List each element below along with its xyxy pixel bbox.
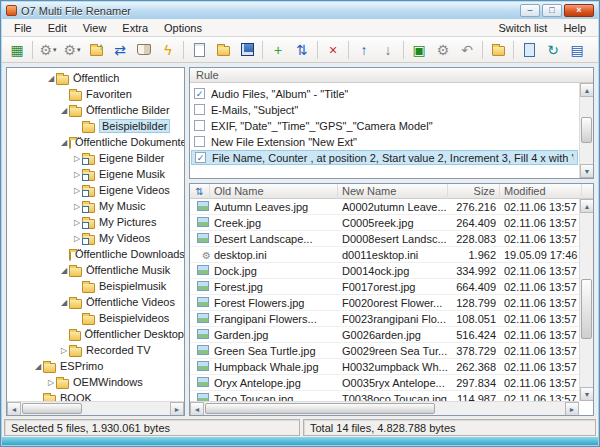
expander-icon[interactable]: ◢ (46, 74, 56, 83)
expander-icon[interactable]: ◢ (33, 362, 43, 371)
file-row[interactable]: Garden.jpgG0026arden.jpg516.42402.11.06 … (190, 327, 579, 343)
scroll-right-icon[interactable]: ► (565, 402, 579, 416)
sort-icon[interactable]: ⇅ (190, 184, 210, 199)
rules-vertical-scrollbar[interactable]: ▲ ▼ (579, 83, 593, 178)
rule-item[interactable]: ✓Audio Files, "Album" - "Title" (191, 86, 578, 101)
menu-extra[interactable]: Extra (114, 20, 156, 36)
column-size[interactable]: Size (448, 184, 500, 199)
expander-icon[interactable]: ▷ (72, 170, 82, 179)
column-old-name[interactable]: Old Name (210, 184, 338, 199)
tree-item[interactable]: BOOK (7, 390, 184, 401)
rule-item[interactable]: EXIF, "Date"_"Time"_"GPS"_"Camera Model" (191, 118, 578, 133)
tree-item[interactable]: Favoriten (7, 86, 184, 102)
expander-icon[interactable]: ◢ (59, 106, 69, 115)
preview-window-icon[interactable] (518, 39, 540, 61)
menu-edit[interactable]: Edit (40, 20, 75, 36)
profiles-gear-icon[interactable]: ⚙▾ (61, 39, 83, 61)
folder-up-icon[interactable] (85, 39, 107, 61)
settings-gear-icon[interactable]: ⚙▾ (37, 39, 59, 61)
rule-checkbox-icon[interactable] (194, 104, 205, 115)
rule-checkbox-icon[interactable]: ✓ (194, 88, 205, 99)
view-panels-icon[interactable]: ▦ (6, 39, 28, 61)
file-row[interactable]: Forest.jpgF0017orest.jpg664.40902.11.06 … (190, 279, 579, 295)
column-modified[interactable]: Modified (500, 184, 582, 199)
lightning-icon[interactable]: ϟ (157, 39, 179, 61)
tree-item[interactable]: ◢ESPrimo (7, 358, 184, 374)
tree-item[interactable]: ◢Öffentliche Dokumente (7, 134, 184, 150)
minimize-button[interactable]: – (520, 4, 540, 17)
new-file-icon[interactable] (188, 39, 210, 61)
menu-file[interactable]: File (6, 20, 40, 36)
start-rename-icon[interactable]: ▣ (408, 39, 430, 61)
open-folder-icon[interactable] (212, 39, 234, 61)
tree-item[interactable]: ▷Eigene Musik (7, 166, 184, 182)
tree-item[interactable]: ▷My Videos (7, 230, 184, 246)
file-row[interactable]: Forest Flowers.jpgF0020orest Flower...12… (190, 295, 579, 311)
tree-item[interactable]: ▷Recorded TV (7, 342, 184, 358)
files-vertical-scrollbar[interactable]: ▲ ▼ (579, 199, 593, 401)
tree-item[interactable]: ▷OEMWindows (7, 374, 184, 390)
file-row[interactable]: ⚙desktop.inid0011esktop.ini1.96219.05.09… (190, 247, 579, 263)
maximize-button[interactable]: □ (542, 4, 562, 17)
file-row[interactable]: Creek.jpgC0005reek.jpg264.40902.11.06 13… (190, 215, 579, 231)
scroll-thumb[interactable] (205, 403, 435, 414)
file-row[interactable]: Green Sea Turtle.jpgG0029reen Sea Tur...… (190, 343, 579, 359)
tree-item[interactable]: ▷My Music (7, 198, 184, 214)
sort-list-icon[interactable]: ⇅ (291, 39, 313, 61)
file-row[interactable]: Dock.jpgD0014ock.jpg334.99202.11.06 13:5… (190, 263, 579, 279)
tree-item[interactable]: ◢Öffentliche Musik (7, 262, 184, 278)
menu-view[interactable]: View (75, 20, 115, 36)
expander-icon[interactable]: ◢ (59, 138, 69, 147)
rule-item[interactable]: E-Mails, "Subject" (191, 102, 578, 117)
browse-folder-icon[interactable] (487, 39, 509, 61)
file-row[interactable]: Frangipani Flowers...F0023rangipani Flo.… (190, 311, 579, 327)
tree-item[interactable]: ▷Eigene Videos (7, 182, 184, 198)
info-page-icon[interactable]: ▤ (566, 39, 588, 61)
file-row[interactable]: Humpback Whale.jpgH0032umpback Wh...262.… (190, 359, 579, 375)
expander-icon[interactable]: ◢ (59, 266, 69, 275)
expander-icon[interactable]: ▷ (72, 186, 82, 195)
menu-switch-list[interactable]: Switch list (490, 20, 555, 36)
save-icon[interactable] (236, 39, 258, 61)
column-new-name[interactable]: New Name (338, 184, 448, 199)
expander-icon[interactable]: ▷ (72, 154, 82, 163)
scroll-thumb[interactable] (22, 403, 82, 414)
tree-item[interactable]: Beispielmusik (7, 278, 184, 294)
files-horizontal-scrollbar[interactable]: ◄ ► (190, 401, 579, 415)
expander-icon[interactable]: ▷ (72, 234, 82, 243)
file-row[interactable]: Autumn Leaves.jpgA0002utumn Leave...276.… (190, 199, 579, 215)
remove-files-icon[interactable]: × (322, 39, 344, 61)
refresh-view-icon[interactable]: ⇄ (109, 39, 131, 61)
scroll-left-icon[interactable]: ◄ (190, 402, 204, 416)
menu-options[interactable]: Options (156, 20, 210, 36)
menu-help[interactable]: Help (555, 20, 594, 36)
tree-item[interactable]: ▷My Pictures (7, 214, 184, 230)
rule-item[interactable]: New File Extension "New Ext" (191, 134, 578, 149)
tree-horizontal-scrollbar[interactable]: ◄ ► (7, 401, 184, 415)
add-files-icon[interactable]: + (267, 39, 289, 61)
rule-checkbox-icon[interactable]: ✓ (195, 152, 206, 163)
tree-item[interactable]: ▷Eigene Bilder (7, 150, 184, 166)
scroll-down-icon[interactable]: ▼ (580, 387, 594, 401)
undo-icon[interactable]: ↶ (456, 39, 478, 61)
tree-item[interactable]: Beispielvideos (7, 310, 184, 326)
tree-item[interactable]: Öffentlicher Desktop (7, 326, 184, 342)
tree-item[interactable]: Beispielbilder (7, 118, 184, 134)
scroll-down-icon[interactable]: ▼ (580, 164, 594, 178)
scroll-thumb[interactable] (581, 279, 592, 339)
scroll-up-icon[interactable]: ▲ (580, 83, 594, 97)
tree-item[interactable]: Öffentliche Downloads (7, 246, 184, 262)
expander-icon[interactable]: ▷ (72, 202, 82, 211)
expander-icon[interactable]: ◢ (59, 298, 69, 307)
refresh-list-icon[interactable]: ↻ (542, 39, 564, 61)
help-book-icon[interactable] (133, 39, 155, 61)
tree-item[interactable]: ◢Öffentliche Bilder (7, 102, 184, 118)
scroll-right-icon[interactable]: ► (170, 402, 184, 416)
rule-checkbox-icon[interactable] (194, 136, 205, 147)
expander-icon[interactable]: ▷ (72, 218, 82, 227)
expander-icon[interactable]: ▷ (46, 378, 56, 387)
move-down-icon[interactable]: ↓ (377, 39, 399, 61)
scroll-up-icon[interactable]: ▲ (580, 199, 594, 213)
file-row[interactable]: Toco Toucan.jpgT0038oco Toucan.jpg114.98… (190, 391, 579, 401)
close-button[interactable]: × (564, 4, 594, 17)
